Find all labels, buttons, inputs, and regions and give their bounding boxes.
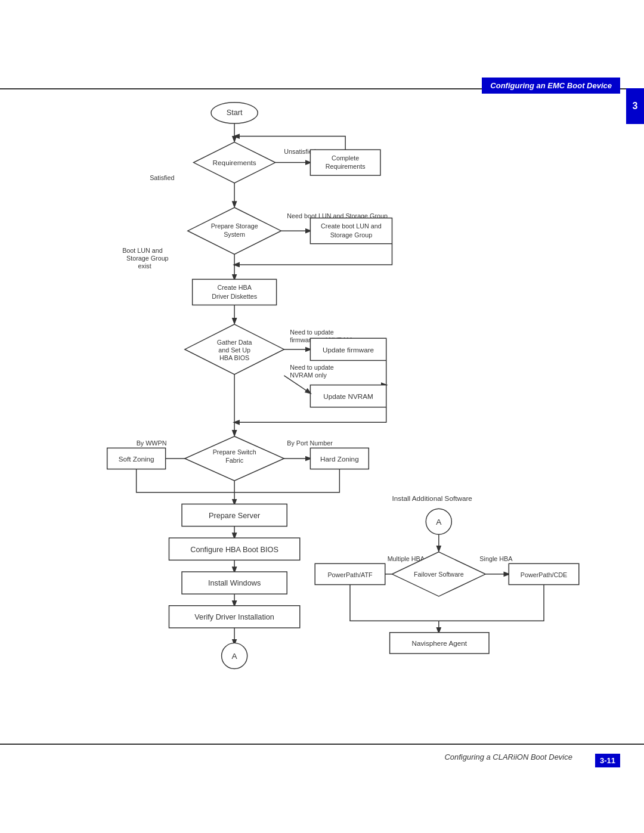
update-firmware-label: Update firmware bbox=[323, 346, 374, 354]
configure-hba-label: Configure HBA Boot BIOS bbox=[190, 545, 278, 554]
connector-a-left-label: A bbox=[232, 652, 238, 661]
failover-software-label: Failover Software bbox=[414, 571, 464, 578]
connector-a-right-label: A bbox=[436, 518, 442, 527]
footer-page-number: 3-11 bbox=[600, 756, 615, 765]
flowchart-area: Start Requirements Unsatisfied Complete … bbox=[36, 95, 608, 738]
svg-text:Requirements: Requirements bbox=[326, 163, 366, 170]
footer-bar bbox=[0, 744, 644, 745]
create-boot-lun-label: Create boot LUN and bbox=[321, 222, 382, 230]
powerpath-atf-label: PowerPath/ATF bbox=[327, 571, 373, 578]
install-windows-label: Install Windows bbox=[208, 578, 261, 587]
footer-text: Configuring a CLARiiON Boot Device bbox=[444, 753, 572, 761]
footer-page: 3-11 bbox=[595, 754, 620, 767]
svg-text:System: System bbox=[224, 231, 245, 238]
soft-zoning-label: Soft Zoning bbox=[119, 455, 154, 463]
satisfied-label: Satisfied bbox=[150, 174, 174, 181]
create-hba-label: Create HBA bbox=[217, 284, 252, 291]
requirements-label: Requirements bbox=[213, 159, 256, 166]
header-title-text: Configuring an EMC Boot Device bbox=[490, 81, 612, 90]
verify-driver-label: Verify Driver Installation bbox=[194, 612, 274, 621]
chapter-tab: 3 bbox=[626, 88, 644, 124]
hard-zoning-label: Hard Zoning bbox=[320, 455, 359, 463]
install-additional-label: Install Additional Software bbox=[392, 494, 472, 502]
chapter-number: 3 bbox=[633, 101, 638, 112]
svg-text:Fabric: Fabric bbox=[225, 457, 244, 464]
svg-text:exist: exist bbox=[138, 262, 151, 270]
need-fw-label: Need to update bbox=[290, 329, 334, 336]
complete-req-label: Complete bbox=[332, 154, 359, 162]
svg-text:NVRAM only: NVRAM only bbox=[290, 371, 327, 379]
footer-text-content: Configuring a CLARiiON Boot Device bbox=[444, 753, 572, 761]
navisphere-label: Navisphere Agent bbox=[411, 639, 467, 647]
header-title: Configuring an EMC Boot Device bbox=[482, 78, 620, 94]
prepare-server-label: Prepare Server bbox=[209, 511, 261, 520]
prepare-switch-label: Prepare Switch bbox=[213, 448, 256, 456]
svg-text:Driver Diskettes: Driver Diskettes bbox=[212, 293, 257, 300]
start-label: Start bbox=[227, 108, 243, 117]
svg-text:and Set Up: and Set Up bbox=[218, 346, 250, 354]
prepare-storage-label: Prepare Storage bbox=[211, 222, 258, 230]
svg-text:Storage Group: Storage Group bbox=[126, 255, 169, 262]
powerpath-cde-label: PowerPath/CDE bbox=[521, 571, 567, 578]
need-nvram-label: Need to update bbox=[290, 364, 334, 371]
svg-text:HBA BIOS: HBA BIOS bbox=[219, 354, 249, 361]
single-hba-label: Single HBA bbox=[479, 555, 513, 562]
svg-text:Storage Group: Storage Group bbox=[330, 231, 373, 239]
boot-lun-exist-label: Boot LUN and bbox=[122, 247, 163, 254]
by-wwpn-label: By WWPN bbox=[137, 439, 167, 447]
gather-data-label: Gather Data bbox=[217, 339, 252, 346]
flowchart-svg: Start Requirements Unsatisfied Complete … bbox=[36, 95, 608, 738]
by-port-label: By Port Number bbox=[287, 439, 333, 447]
update-nvram-label: Update NVRAM bbox=[323, 392, 373, 400]
